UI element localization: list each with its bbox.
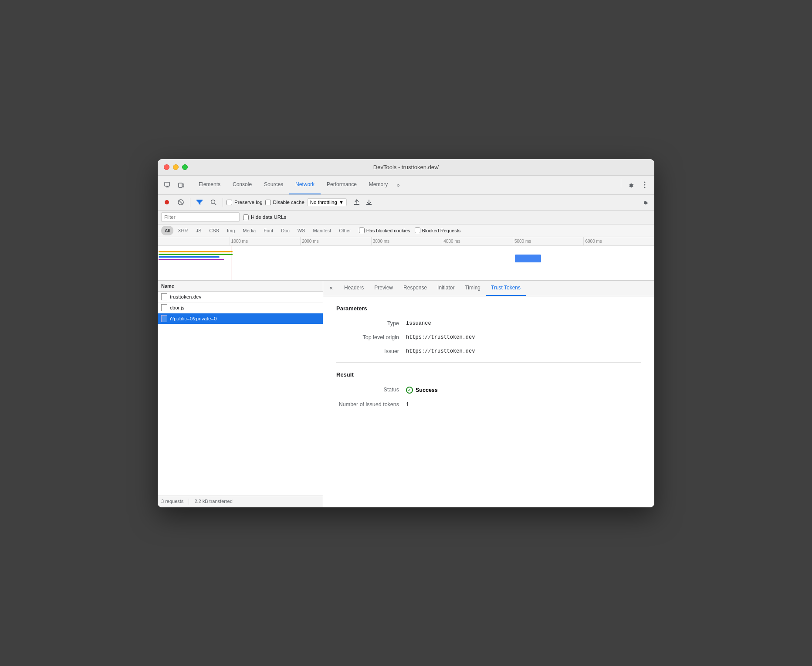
detail-tab-preview[interactable]: Preview	[369, 280, 398, 296]
type-btn-xhr[interactable]: XHR	[174, 226, 191, 235]
svg-point-11	[211, 200, 215, 204]
type-btn-img[interactable]: Img	[223, 226, 238, 235]
requests-spacer	[158, 324, 323, 496]
device-toolbar-button[interactable]	[175, 179, 187, 191]
issuer-value: https://trusttoken.dev	[406, 348, 475, 354]
tab-sources[interactable]: Sources	[258, 175, 289, 194]
blocked-requests-label[interactable]: Blocked Requests	[415, 228, 461, 233]
svg-point-8	[165, 200, 169, 204]
chevron-down-icon: ▼	[339, 200, 344, 205]
success-icon: ✓	[406, 387, 413, 394]
type-btn-all[interactable]: All	[161, 226, 173, 235]
preserve-log-label[interactable]: Preserve log	[227, 200, 263, 205]
timeline-bar-request	[515, 255, 541, 262]
type-btn-other[interactable]: Other	[335, 226, 355, 235]
inspect-icon-button[interactable]	[161, 179, 173, 191]
svg-rect-0	[165, 182, 169, 186]
detail-tab-response[interactable]: Response	[398, 280, 432, 296]
type-btn-media[interactable]: Media	[239, 226, 259, 235]
timeline-mark-0	[158, 237, 230, 245]
detail-panel: × Headers Preview Response Initiator Tim…	[323, 281, 654, 507]
maximize-button[interactable]	[182, 164, 188, 170]
type-label: Type	[336, 320, 406, 326]
svg-rect-4	[182, 184, 184, 187]
request-item-trusttoken[interactable]: trusttoken.dev	[158, 292, 323, 302]
type-btn-manifest[interactable]: Manifest	[310, 226, 335, 235]
request-item-issuance[interactable]: i?public=0&private=0	[158, 313, 323, 324]
toolbar-divider-1	[190, 198, 190, 207]
tab-network[interactable]: Network	[289, 175, 321, 194]
detail-close-button[interactable]: ×	[327, 284, 335, 292]
top-level-origin-label: Top level origin	[336, 334, 406, 340]
network-toolbar: Preserve log Disable cache No throttling…	[158, 195, 654, 211]
has-blocked-cookies-label[interactable]: Has blocked cookies	[359, 228, 410, 233]
main-area: Name trusttoken.dev cbor.js i?public=0&p…	[158, 281, 654, 507]
timeline-bar-blue	[159, 256, 220, 258]
detail-tab-headers[interactable]: Headers	[339, 280, 369, 296]
type-btn-ws[interactable]: WS	[294, 226, 309, 235]
detail-tab-initiator[interactable]: Initiator	[432, 280, 460, 296]
timeline-mark-2: 2000 ms	[300, 237, 371, 245]
timeline-bar-green	[159, 254, 233, 255]
type-btn-css[interactable]: CSS	[206, 226, 223, 235]
throttle-select[interactable]: No throttling ▼	[307, 198, 347, 206]
timeline-mark-1: 1000 ms	[230, 237, 301, 245]
request-item-cbor[interactable]: cbor.js	[158, 302, 323, 313]
filter-input[interactable]	[161, 212, 240, 222]
tokens-value: 1	[406, 401, 409, 408]
detail-tab-trust-tokens[interactable]: Trust Tokens	[486, 280, 526, 296]
export-har-button[interactable]	[363, 197, 375, 208]
status-label: Status	[336, 387, 406, 393]
type-btn-font[interactable]: Font	[260, 226, 277, 235]
requests-footer: 3 requests 2.2 kB transferred	[158, 496, 323, 507]
tab-console[interactable]: Console	[227, 175, 258, 194]
network-settings-button[interactable]	[639, 197, 651, 208]
minimize-button[interactable]	[173, 164, 179, 170]
timeline-bar-purple	[159, 259, 224, 260]
filter-bar: Hide data URLs	[158, 211, 654, 224]
devtools-body: Elements Console Sources Network Perform…	[158, 176, 654, 507]
timeline-mark-6: 6000 ms	[583, 237, 654, 245]
tab-memory[interactable]: Memory	[363, 175, 394, 194]
detail-tab-timing[interactable]: Timing	[460, 280, 486, 296]
search-button[interactable]	[208, 197, 219, 208]
svg-point-5	[644, 182, 646, 183]
close-button[interactable]	[164, 164, 169, 170]
transferred-size: 2.2 kB transferred	[194, 499, 232, 505]
hide-data-urls-checkbox[interactable]	[243, 214, 249, 220]
filter-icon-button[interactable]	[194, 197, 205, 208]
svg-point-6	[644, 184, 646, 186]
hide-data-urls-label[interactable]: Hide data URLs	[243, 214, 286, 220]
svg-point-7	[644, 187, 646, 188]
nav-right-icons	[619, 179, 651, 191]
record-button[interactable]	[161, 197, 173, 208]
preserve-log-checkbox[interactable]	[227, 200, 232, 205]
disable-cache-checkbox[interactable]	[265, 200, 271, 205]
tab-elements[interactable]: Elements	[193, 175, 227, 194]
section-divider	[336, 362, 641, 363]
more-tabs-button[interactable]: »	[394, 182, 402, 188]
type-btn-doc[interactable]: Doc	[277, 226, 293, 235]
file-icon-cbor	[161, 304, 167, 311]
type-btn-js[interactable]: JS	[192, 226, 205, 235]
status-row: Status ✓ Success	[336, 387, 641, 394]
nav-icons-group	[161, 179, 187, 191]
traffic-lights	[164, 164, 188, 170]
timeline-vline	[231, 246, 231, 281]
timeline-content	[158, 246, 654, 281]
svg-line-12	[215, 204, 217, 205]
timeline-mark-4: 4000 ms	[442, 237, 513, 245]
tokens-row: Number of issued tokens 1	[336, 401, 641, 408]
tab-performance[interactable]: Performance	[321, 175, 363, 194]
settings-icon-button[interactable]	[625, 179, 637, 191]
clear-button[interactable]	[175, 197, 186, 208]
devtools-window: DevTools - trusttoken.dev/	[158, 159, 654, 507]
disable-cache-label[interactable]: Disable cache	[265, 200, 304, 205]
nav-tabs-bar: Elements Console Sources Network Perform…	[158, 176, 654, 195]
more-options-button[interactable]	[639, 179, 651, 191]
has-blocked-cookies-checkbox[interactable]	[359, 228, 365, 233]
timeline-mark-3: 3000 ms	[371, 237, 442, 245]
blocked-requests-checkbox[interactable]	[415, 228, 420, 233]
detail-content: Parameters Type Issuance Top level origi…	[323, 296, 654, 507]
import-har-button[interactable]	[351, 197, 362, 208]
